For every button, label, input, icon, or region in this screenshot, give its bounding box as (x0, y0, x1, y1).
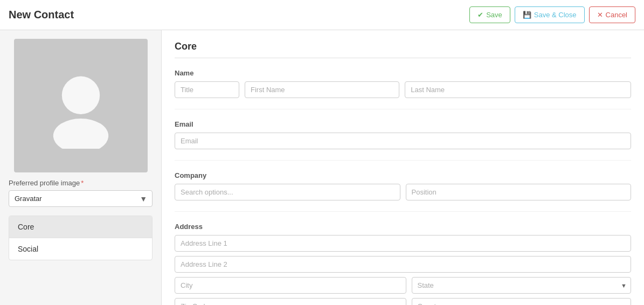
company-field-group: Company (175, 171, 631, 212)
country-select[interactable]: Country (412, 298, 632, 305)
email-input[interactable] (175, 133, 631, 149)
address-line2-input[interactable] (175, 256, 631, 273)
country-select-wrapper: Country ▼ (412, 298, 632, 305)
name-label: Name (175, 69, 631, 77)
page-header: New Contact ✔ Save 💾 Save & Close ✕ Canc… (0, 0, 644, 30)
email-field-group: Email (175, 120, 631, 161)
header-actions: ✔ Save 💾 Save & Close ✕ Cancel (469, 6, 635, 23)
zip-country-row: Country ▼ (175, 298, 631, 305)
preferred-profile-label: Preferred profile image* (9, 179, 84, 187)
lastname-input[interactable] (405, 81, 631, 98)
state-select[interactable]: State (412, 277, 632, 294)
save-button[interactable]: ✔ Save (469, 6, 510, 23)
company-label: Company (175, 171, 631, 179)
svg-point-0 (61, 77, 99, 114)
state-select-wrapper: State ▼ (412, 277, 632, 294)
zipcode-input[interactable] (175, 298, 406, 305)
title-input[interactable] (175, 81, 239, 98)
email-label: Email (175, 120, 631, 128)
check-icon: ✔ (477, 11, 483, 19)
core-section-title: Core (175, 41, 631, 58)
position-input[interactable] (406, 184, 632, 200)
company-row (175, 184, 631, 200)
main-layout: Preferred profile image* Gravatar ▼ Core… (0, 30, 644, 305)
core-content: Core Name Email Company Address (162, 30, 644, 305)
sidebar-item-social[interactable]: Social (9, 238, 152, 260)
address-field-group: Address State ▼ (175, 223, 631, 305)
svg-point-1 (53, 119, 108, 149)
save-close-button[interactable]: 💾 Save & Close (515, 6, 585, 23)
sidebar: Preferred profile image* Gravatar ▼ Core… (0, 30, 162, 305)
address-label: Address (175, 223, 631, 231)
city-input[interactable] (175, 277, 406, 294)
section-nav: Core Social (9, 216, 153, 260)
city-state-row: State ▼ (175, 277, 631, 294)
page-title: New Contact (9, 9, 74, 21)
name-row (175, 81, 631, 98)
profile-image-select-wrapper: Gravatar ▼ (9, 190, 153, 207)
required-indicator: * (81, 179, 84, 187)
name-field-group: Name (175, 69, 631, 109)
avatar (14, 39, 148, 172)
firstname-input[interactable] (245, 81, 399, 98)
address-line1-input[interactable] (175, 235, 631, 252)
cancel-button[interactable]: ✕ Cancel (589, 6, 635, 23)
sidebar-item-core[interactable]: Core (9, 216, 152, 238)
times-icon: ✕ (597, 11, 603, 19)
profile-image-select[interactable]: Gravatar (9, 190, 153, 207)
company-search-input[interactable] (175, 184, 400, 200)
save-icon: 💾 (523, 11, 531, 19)
